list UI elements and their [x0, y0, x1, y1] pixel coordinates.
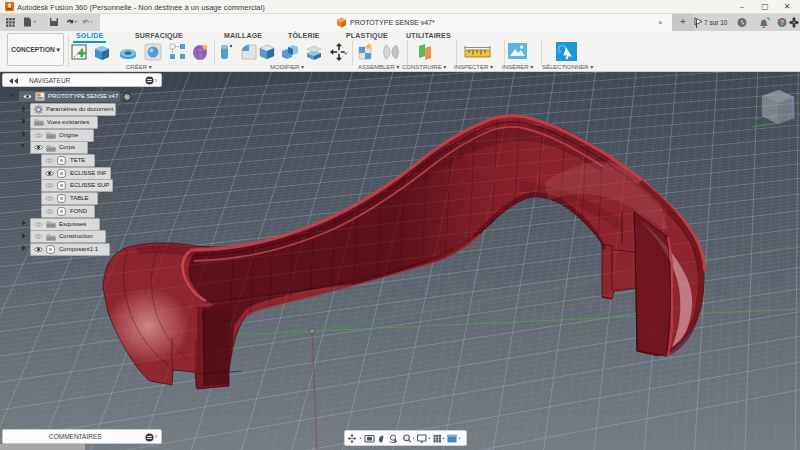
svg-text:?: ? [780, 19, 784, 26]
